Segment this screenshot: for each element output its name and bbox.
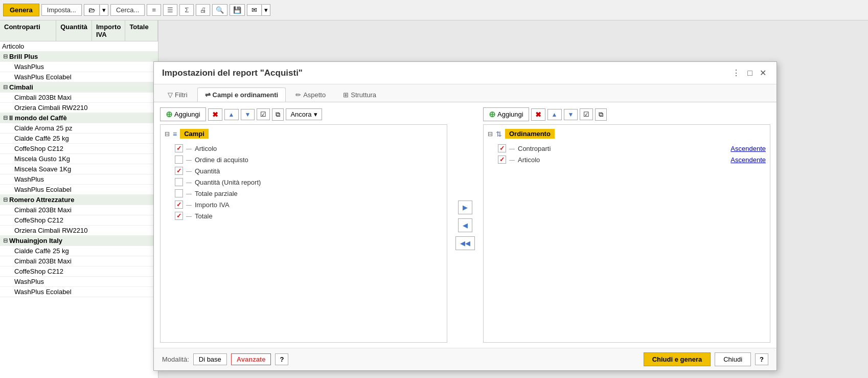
list2-icon-button[interactable]: ☰ (163, 4, 177, 16)
group-brillplus[interactable]: ⊟ Brill Plus (0, 52, 158, 62)
zoom-button[interactable]: 🔍 (212, 4, 227, 16)
remove-field-button[interactable]: ✖ (208, 108, 222, 121)
checkbox-totale-parz[interactable] (175, 189, 183, 197)
avanzate-button[interactable]: Avanzate (231, 353, 271, 365)
drag-totale-icon[interactable]: — (186, 213, 192, 219)
help-button[interactable]: ? (275, 353, 288, 365)
checkbox-ord-controparti[interactable] (498, 144, 506, 152)
miscela-gusto-row[interactable]: Miscela Gusto 1Kg (0, 154, 158, 164)
drag-quantita-icon[interactable]: — (186, 168, 192, 174)
cimbali-203bt-row[interactable]: Cimbali 203Bt Maxi (0, 93, 158, 103)
wh-cialde-row[interactable]: Cialde Caffè 25 kg (0, 246, 158, 256)
checkbox-quantita-ud[interactable] (175, 178, 183, 186)
email-arrow-button[interactable]: ▾ (262, 4, 270, 16)
chiudi-button[interactable]: Chiudi (715, 352, 751, 366)
coffeshop-row[interactable]: CoffeShop C212 (0, 144, 158, 154)
tab-filtri[interactable]: ▽ Filtri (160, 87, 195, 102)
group-cimbali[interactable]: ⊟ Cimbali (0, 82, 158, 93)
wh-wash-row[interactable]: WashPlus (0, 277, 158, 287)
email-split-button[interactable]: ✉ ▾ (247, 4, 270, 16)
field-quantita-ud[interactable]: — Quantità (Unità report) (165, 176, 443, 188)
collapse-brillplus-icon[interactable]: ⊟ (2, 53, 8, 60)
folder-main-button[interactable]: 🗁 (84, 4, 100, 16)
drag-quantita-ud-icon[interactable]: — (186, 179, 192, 185)
drag-ord-controparti-icon[interactable]: — (509, 145, 515, 151)
ord-collapse-icon[interactable]: ⊟ (488, 130, 493, 138)
tab-aspetto[interactable]: ✏ Aspetto (288, 87, 333, 102)
ancora-button[interactable]: Ancora ▾ (286, 108, 322, 120)
print-button[interactable]: 🖨 (196, 4, 210, 16)
modal-more-icon[interactable]: ⋮ (730, 67, 742, 79)
checkbox-quantita[interactable] (175, 167, 183, 175)
modal-close-icon[interactable]: ✕ (758, 67, 768, 79)
field-totale[interactable]: — Totale (165, 210, 443, 221)
washplus-eco-row[interactable]: WashPlus Ecolabel (0, 72, 158, 82)
checkbox-totale[interactable] (175, 212, 183, 220)
help2-button[interactable]: ? (755, 353, 768, 365)
arrow-right-button[interactable]: ▶ (458, 201, 472, 214)
drag-importoiva-icon[interactable]: — (186, 202, 192, 208)
ord-controparti[interactable]: — Controparti Ascendente (488, 143, 766, 154)
genera-button[interactable]: Genera (3, 4, 39, 16)
field-quantita[interactable]: — Quantità (165, 165, 443, 176)
arrow-left-left-button[interactable]: ◀◀ (455, 236, 475, 250)
di-base-button[interactable]: Di base (193, 353, 227, 365)
romero-cimbali-row[interactable]: Cimbali 203Bt Maxi (0, 205, 158, 215)
sigma-button[interactable]: Σ (179, 4, 194, 16)
check-ord-button[interactable]: ☑ (580, 108, 593, 120)
washplus-eco2-row[interactable]: WashPlus Ecolabel (0, 185, 158, 195)
arrow-left-button[interactable]: ◀ (458, 218, 472, 232)
copy-button[interactable]: ⧉ (272, 108, 284, 121)
group-mondocaffe[interactable]: ⊟ Il mondo del Caffè (0, 113, 158, 123)
fields-collapse-icon[interactable]: ⊟ (165, 130, 170, 138)
save-button[interactable]: 💾 (230, 4, 245, 16)
collapse-whuaingjon-icon[interactable]: ⊟ (2, 237, 8, 244)
wh-coffe-row[interactable]: CoffeShop C212 (0, 266, 158, 277)
move-up-button[interactable]: ▲ (224, 109, 239, 120)
email-main-button[interactable]: ✉ (247, 4, 262, 16)
modal-maximize-icon[interactable]: □ (745, 68, 755, 79)
group-romero[interactable]: ⊟ Romero Attrezzature (0, 195, 158, 205)
list-icon-button[interactable]: ≡ (147, 4, 161, 16)
move-ord-down-button[interactable]: ▼ (564, 109, 578, 120)
washplus-row[interactable]: WashPlus (0, 62, 158, 72)
field-articolo[interactable]: — Articolo (165, 143, 443, 154)
collapse-mondocaffe-icon[interactable]: ⊟ (2, 115, 8, 121)
field-totale-parz[interactable]: — Totale parziale (165, 188, 443, 199)
washplus2-row[interactable]: WashPlus (0, 174, 158, 185)
romero-orziera-row[interactable]: Orziera Cimbali RW2210 (0, 226, 158, 236)
checkbox-importoiva[interactable] (175, 201, 183, 209)
collapse-romero-icon[interactable]: ⊟ (2, 196, 8, 203)
cerca-button[interactable]: Cerca... (110, 4, 145, 16)
checkbox-ordine[interactable] (175, 155, 183, 164)
folder-split-button[interactable]: 🗁 ▾ (84, 4, 108, 16)
move-down-button[interactable]: ▼ (241, 109, 255, 120)
cialde-aroma-row[interactable]: Cialde Aroma 25 pz (0, 123, 158, 134)
imposta-button[interactable]: Imposta... (41, 4, 82, 16)
wh-cimbali-row[interactable]: Cimbali 203Bt Maxi (0, 256, 158, 266)
tab-campi[interactable]: ⇌ Campi e ordinamenti (197, 87, 286, 102)
move-ord-up-button[interactable]: ▲ (547, 109, 562, 120)
field-ordine[interactable]: — Ordine di acquisto (165, 154, 443, 165)
copy-ord-button[interactable]: ⧉ (595, 108, 607, 121)
romero-coffe-row[interactable]: CoffeShop C212 (0, 215, 158, 226)
group-whuaingjon[interactable]: ⊟ Whuaingjon Italy (0, 236, 158, 246)
field-importoiva[interactable]: — Importo IVA (165, 199, 443, 210)
collapse-cimbali-icon[interactable]: ⊟ (2, 84, 8, 91)
chiudi-genera-button[interactable]: Chiudi e genera (644, 352, 711, 366)
ord-controparti-sort[interactable]: Ascendente (730, 145, 766, 152)
cialde-caffe-row[interactable]: Cialde Caffè 25 kg (0, 134, 158, 144)
checkbox-articolo[interactable] (175, 144, 183, 152)
drag-articolo-icon[interactable]: — (186, 145, 192, 151)
tab-struttura[interactable]: ⊞ Struttura (335, 87, 384, 102)
miscela-soave-row[interactable]: Miscela Soave 1Kg (0, 164, 158, 174)
wh-wash-eco-row[interactable]: WashPlus Ecolabel (0, 287, 158, 297)
remove-ord-button[interactable]: ✖ (531, 108, 545, 121)
drag-ord-articolo-icon[interactable]: — (509, 157, 515, 163)
folder-arrow-button[interactable]: ▾ (100, 4, 108, 16)
ord-articolo[interactable]: — Articolo Ascendente (488, 154, 766, 165)
add-ord-button[interactable]: ⊕ Aggiungi (483, 107, 529, 121)
drag-ordine-icon[interactable]: — (186, 157, 192, 163)
checkbox-ord-articolo[interactable] (498, 155, 506, 164)
add-field-button[interactable]: ⊕ Aggiungi (160, 107, 206, 121)
